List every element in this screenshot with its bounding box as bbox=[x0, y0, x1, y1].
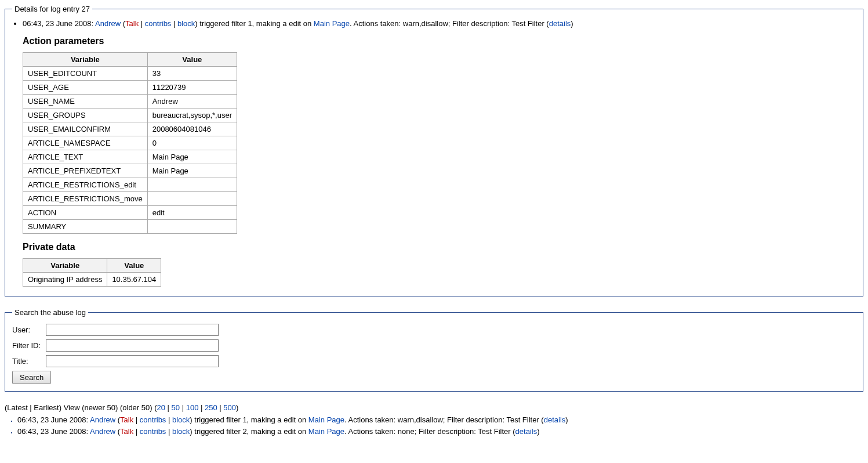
page-link[interactable]: Main Page bbox=[308, 415, 344, 424]
value-cell: Main Page bbox=[147, 164, 237, 178]
triggered-text: triggered filter 2, making a edit on bbox=[193, 427, 308, 436]
details-link[interactable]: details bbox=[515, 427, 537, 436]
pager-link-500[interactable]: 500 bbox=[223, 403, 236, 412]
user-label: User: bbox=[12, 325, 46, 334]
close-paren: ) bbox=[537, 427, 539, 436]
user-input[interactable] bbox=[46, 324, 219, 336]
block-link[interactable]: block bbox=[177, 19, 195, 28]
action-parameters-heading: Action parameters bbox=[23, 36, 856, 46]
col-variable: Variable bbox=[23, 259, 107, 273]
contribs-link[interactable]: contribs bbox=[145, 19, 172, 28]
table-row: SUMMARY bbox=[23, 220, 237, 234]
talk-link[interactable]: Talk bbox=[120, 415, 133, 424]
contribs-link[interactable]: contribs bbox=[140, 427, 166, 436]
page-link[interactable]: Main Page bbox=[314, 19, 350, 28]
variable-cell: USER_EDITCOUNT bbox=[23, 67, 148, 81]
table-row: ARTICLE_PREFIXEDTEXTMain Page bbox=[23, 164, 237, 178]
table-row: ARTICLE_RESTRICTIONS_move bbox=[23, 192, 237, 206]
title-label: Title: bbox=[12, 357, 46, 366]
triggered-text: triggered filter 1, making a edit on bbox=[193, 415, 308, 424]
after-page-text: . Actions taken: warn,disallow; Filter d… bbox=[344, 415, 544, 424]
triggered-text: triggered filter 1, making a edit on bbox=[198, 19, 314, 28]
variable-cell: ARTICLE_TEXT bbox=[23, 150, 148, 164]
variable-cell: ARTICLE_PREFIXEDTEXT bbox=[23, 164, 148, 178]
table-row: ARTICLE_RESTRICTIONS_edit bbox=[23, 178, 237, 192]
variable-cell: USER_AGE bbox=[23, 81, 148, 95]
user-link[interactable]: Andrew bbox=[95, 19, 121, 28]
details-legend: Details for log entry 27 bbox=[12, 5, 92, 13]
log-list: 06:43, 23 June 2008: Andrew (Talk | cont… bbox=[5, 415, 863, 436]
value-cell: 20080604081046 bbox=[147, 122, 237, 136]
value-cell bbox=[147, 178, 237, 192]
pager-prefix: (Latest | Earliest) View (newer 50) (old… bbox=[5, 403, 157, 412]
page-link[interactable]: Main Page bbox=[308, 427, 344, 436]
pager-link-50[interactable]: 50 bbox=[172, 403, 180, 412]
timestamp: 06:43, 23 June 2008 bbox=[23, 19, 92, 28]
after-page-text: . Actions taken: warn,disallow; Filter d… bbox=[350, 19, 549, 28]
variable-cell: ARTICLE_RESTRICTIONS_edit bbox=[23, 178, 148, 192]
details-link[interactable]: details bbox=[544, 415, 566, 424]
log-item: 06:43, 23 June 2008: Andrew (Talk | cont… bbox=[17, 415, 863, 424]
private-data-table: Variable Value Originating IP address10.… bbox=[23, 258, 161, 287]
talk-link[interactable]: Talk bbox=[120, 427, 133, 436]
search-fieldset: Search the abuse log User: Filter ID: Ti… bbox=[5, 308, 863, 392]
search-button[interactable]: Search bbox=[12, 371, 51, 384]
timestamp: 06:43, 23 June 2008 bbox=[17, 427, 86, 436]
variable-cell: SUMMARY bbox=[23, 220, 148, 234]
log-item: 06:43, 23 June 2008: Andrew (Talk | cont… bbox=[17, 427, 863, 436]
filter-id-input[interactable] bbox=[46, 339, 219, 352]
table-row: ARTICLE_TEXTMain Page bbox=[23, 150, 237, 164]
title-input[interactable] bbox=[46, 355, 219, 367]
contribs-link[interactable]: contribs bbox=[140, 415, 166, 424]
variable-cell: Originating IP address bbox=[23, 273, 107, 287]
after-page-text: . Actions taken: none; Filter descriptio… bbox=[344, 427, 515, 436]
block-link[interactable]: block bbox=[172, 415, 190, 424]
pager-link-20[interactable]: 20 bbox=[157, 403, 165, 412]
summary-list: 06:43, 23 June 2008: Andrew (Talk | cont… bbox=[12, 19, 856, 287]
value-cell: Andrew bbox=[147, 95, 237, 108]
col-value: Value bbox=[107, 259, 161, 273]
filter-id-label: Filter ID: bbox=[12, 341, 46, 350]
value-cell: Main Page bbox=[147, 150, 237, 164]
value-cell bbox=[147, 192, 237, 206]
value-cell: 33 bbox=[147, 67, 237, 81]
details-fieldset: Details for log entry 27 06:43, 23 June … bbox=[5, 5, 863, 296]
talk-link[interactable]: Talk bbox=[125, 19, 139, 28]
variable-cell: USER_EMAILCONFIRM bbox=[23, 122, 148, 136]
variable-cell: ARTICLE_RESTRICTIONS_move bbox=[23, 192, 148, 206]
pager-link-250[interactable]: 250 bbox=[205, 403, 217, 412]
table-row: USER_NAMEAndrew bbox=[23, 95, 237, 108]
block-link[interactable]: block bbox=[172, 427, 190, 436]
details-link[interactable]: details bbox=[549, 19, 571, 28]
close-paren: ) bbox=[571, 19, 573, 28]
table-row: USER_EMAILCONFIRM20080604081046 bbox=[23, 122, 237, 136]
action-parameters-table: Variable Value USER_EDITCOUNT33USER_AGE1… bbox=[23, 52, 237, 234]
pager-close: ) bbox=[236, 403, 238, 412]
private-data-heading: Private data bbox=[23, 242, 856, 252]
table-row: USER_EDITCOUNT33 bbox=[23, 67, 237, 81]
col-value: Value bbox=[147, 53, 237, 67]
pager: (Latest | Earliest) View (newer 50) (old… bbox=[5, 403, 863, 412]
pager-link-100[interactable]: 100 bbox=[186, 403, 199, 412]
table-row: USER_AGE11220739 bbox=[23, 81, 237, 95]
search-legend: Search the abuse log bbox=[12, 308, 88, 317]
variable-cell: ACTION bbox=[23, 206, 148, 220]
user-link[interactable]: Andrew bbox=[90, 427, 115, 436]
variable-cell: ARTICLE_NAMESPACE bbox=[23, 136, 148, 150]
value-cell: bureaucrat,sysop,*,user bbox=[147, 108, 237, 122]
table-row: ARTICLE_NAMESPACE0 bbox=[23, 136, 237, 150]
table-row: USER_GROUPSbureaucrat,sysop,*,user bbox=[23, 108, 237, 122]
value-cell bbox=[147, 220, 237, 234]
col-variable: Variable bbox=[23, 53, 148, 67]
user-link[interactable]: Andrew bbox=[90, 415, 115, 424]
variable-cell: USER_NAME bbox=[23, 95, 148, 108]
close-paren: ) bbox=[565, 415, 568, 424]
variable-cell: USER_GROUPS bbox=[23, 108, 148, 122]
value-cell: edit bbox=[147, 206, 237, 220]
table-row: ACTIONedit bbox=[23, 206, 237, 220]
value-cell: 11220739 bbox=[147, 81, 237, 95]
value-cell: 10.35.67.104 bbox=[107, 273, 161, 287]
value-cell: 0 bbox=[147, 136, 237, 150]
timestamp: 06:43, 23 June 2008 bbox=[17, 415, 86, 424]
table-row: Originating IP address10.35.67.104 bbox=[23, 273, 161, 287]
